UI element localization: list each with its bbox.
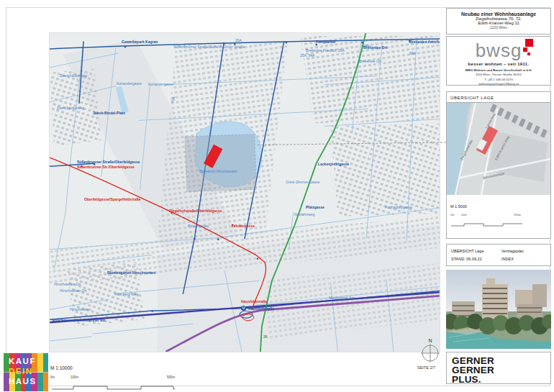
architect-line-3: PLUS.	[452, 375, 545, 385]
map-label-breitenlee-friedhof: Breitenlee Friedhof, 26A	[306, 49, 345, 53]
map-label-badeteich-hirschstetten: Badeteich Hirschstetten	[199, 170, 237, 173]
overview-minimap: Liesnerweg Ziegelhofstraße Edith-Kramer-…	[447, 103, 550, 195]
map-label-hirschstetten: Hirschstetten	[70, 308, 91, 311]
brand-word-dein: DEIN	[4, 367, 48, 377]
map-label-lackenjoechlgasse: Lackenjöchlgasse	[318, 163, 349, 166]
scale-tick-100: 100m	[71, 375, 78, 379]
north-label: N	[421, 338, 440, 343]
map-label-breitenlee-ort-2: Breitenlee Ort	[359, 60, 381, 63]
map-label-koriandergasse-1: Koriandergasse	[117, 82, 142, 86]
map-label-marchegger-ast: Marchegger Ast	[329, 296, 354, 300]
brand-word-kauf: KAUF	[4, 353, 48, 367]
map-label-zwerchaeckerweg-1: Zwerchäckerweg	[60, 74, 87, 78]
info-contract: Vertragsplan	[501, 249, 546, 253]
page-number: SEITE 2/7	[417, 365, 435, 370]
project-title: Neubau einer Wohnhausanlage	[447, 12, 550, 17]
bwsg-square-small	[527, 53, 530, 55]
map-label-line-26: 26	[263, 335, 268, 339]
map-label-hausfeldstrasse-red: Hausfeldstraße	[241, 300, 267, 304]
bwsg-tagline: besser wohnen – seit 1911.	[447, 62, 550, 66]
main-scale: M 1:10000 0m 100m 500m	[50, 360, 183, 392]
map-label-suessenbrunner-oberfeld-blue: Süßenbrunner Straße/Oberfeldgasse	[77, 160, 140, 164]
title-block: Neubau einer Wohnhausanlage Ziegelhofstr…	[446, 8, 551, 35]
plan-sheet: Gewerbepark Kagran 26A Tierquartier 84A …	[0, 0, 554, 392]
map-label-tierquartier: Tierquartier	[316, 40, 336, 44]
map-label-zehdengasse: Zehdengasse	[232, 224, 255, 228]
map-label-hirschstetten-ort-1: Hirschstetten Ort	[54, 283, 81, 286]
overview-location-block: ÜBERSICHT LAGE	[446, 91, 551, 239]
street-network	[50, 33, 440, 352]
overview-scale-label: M 1:5000	[450, 204, 467, 209]
info-plan-type: ÜBERSICHT Lage	[451, 249, 501, 253]
map-label-suessenbrunner-strasse: Süßenbrunner Straße/Siebenbrunner Straße	[173, 45, 245, 49]
map-label-breitenlee-ort-1: Breitenlee Ort	[363, 46, 387, 50]
overview-header: ÜBERSICHT LAGE	[447, 92, 550, 103]
project-rendering	[446, 270, 551, 349]
bwsg-logo-block: bwsg besser wohnen – seit 1911. WBG Wohn…	[446, 36, 551, 86]
bwsg-square-medium	[523, 47, 527, 52]
brand-word-haus: HAUS	[4, 377, 48, 387]
map-label-route-98a: 98A	[409, 52, 416, 55]
map-label-koriandergasse-2: Koriandergasse	[148, 83, 173, 86]
map-label-zwerchaeckerweg-2: Zwerchäckerweg	[57, 106, 84, 110]
overview-scale: M 1:5000 0m 50m 250m	[447, 195, 550, 230]
overview-tick-50: 50m	[461, 213, 467, 216]
info-date: STAND: 06.09.22	[451, 257, 501, 261]
map-label-hausfeldstrasse-station: Hausfeldstraße	[248, 307, 274, 311]
map-label-pirquetgasse: Pirquetgasse	[188, 224, 209, 228]
main-map: Gewerbepark Kagran 26A Tierquartier 84A …	[49, 32, 440, 352]
map-label-podhagskygasse: Podhagskygasse	[385, 206, 412, 209]
map-label-paul-feig-weg: Paul-Feig-Weg	[114, 293, 138, 296]
north-arrow: N	[421, 338, 440, 365]
plan-info-table: ÜBERSICHT Lage Vertragsplan STAND: 06.09…	[446, 244, 551, 266]
project-city: 1220 Wien	[447, 25, 550, 29]
overview-tick-250: 250m	[514, 213, 521, 216]
architect-logo: GERNER GERNER PLUS.	[446, 352, 551, 384]
map-label-oberfeldgasse-spargelfeld: Oberfeldgasse/Spargelfeldstraße	[84, 198, 140, 201]
ubahn-station-icon: U	[241, 306, 246, 311]
map-label-pfalzgasse: Pfalzgasse	[306, 206, 324, 209]
scale-bar	[50, 383, 180, 391]
compass-icon	[421, 344, 440, 363]
map-label-gewerbepark-kagran: Gewerbepark Kagran	[122, 40, 158, 44]
bwsg-square-large	[525, 39, 533, 47]
scale-tick-500: 500m	[167, 375, 175, 379]
map-label-ziegelhof-oberfeld: Ziegelhofstraße/Oberfeldgasse	[169, 209, 222, 213]
map-label-breitenlee-amtshaus: Breitenlee Amtshaus	[409, 40, 440, 44]
map-label-schickgasse: Schickgasse/Hirschstettner Str.	[52, 319, 106, 322]
main-scale-label: M 1:10000	[50, 365, 73, 370]
info-index: INDEX	[501, 257, 546, 261]
map-label-blumengaerten: Blumengärten Hirschstetten	[107, 271, 155, 275]
plan-extent-box	[185, 135, 256, 192]
map-label-suessenbrunner-oberfeld-red: Süßenbrunner Str./Oberfeldgasse	[77, 165, 135, 169]
rendering-graphic	[446, 270, 551, 349]
map-label-route-26a: 26A	[235, 39, 242, 42]
map-label-route-25a-84a: 25A, 84A	[300, 54, 315, 58]
scale-tick-0: 0m	[50, 375, 55, 379]
overview-scale-bar	[450, 222, 524, 227]
bwsg-email: wohnungsanfragen@bwsg.at	[447, 82, 550, 86]
map-label-hirschstetten-ort-2: Hirschstetten Ort	[60, 289, 87, 293]
bwsg-wordmark: bwsg	[476, 41, 522, 60]
map-label-naufahrtweg: Naufahrtweg	[294, 213, 314, 216]
map-label-jakob-bindel-platz: Jakob-Bindel-Platz	[93, 111, 125, 115]
kauf-dein-haus-logo: KAUF DEIN HAUS	[4, 353, 48, 391]
map-label-grete-zimmer-gasse: Grete-Zimmer-Gasse	[286, 181, 319, 184]
overview-tick-0: 0m	[450, 213, 455, 216]
